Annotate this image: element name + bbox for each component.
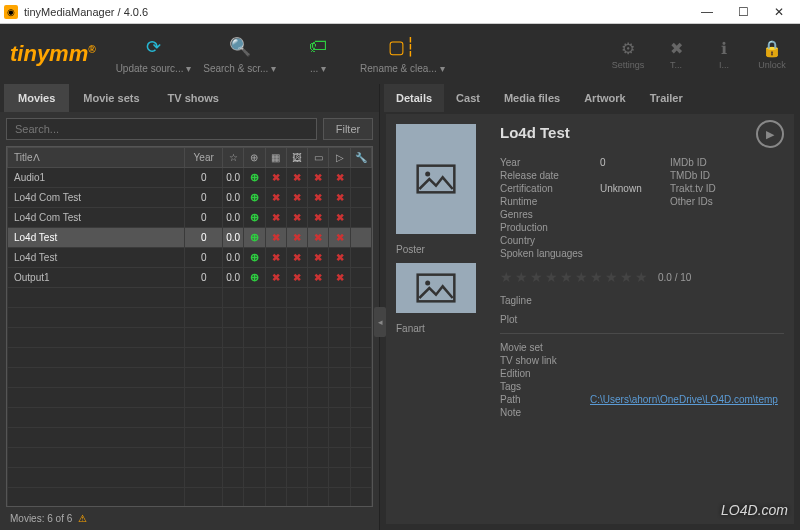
right-panel: ◂ Details Cast Media files Artwork Trail… <box>380 84 800 530</box>
tab-trailer[interactable]: Trailer <box>638 84 695 112</box>
col-title: Titleᐱ <box>8 148 185 168</box>
tab-media-files[interactable]: Media files <box>492 84 572 112</box>
rename-icon: ▢┆ <box>388 35 416 59</box>
table-row[interactable]: Lo4d Test00.0⊕✖✖✖✖ <box>8 228 372 248</box>
search-input[interactable] <box>6 118 317 140</box>
logo: tinymm® <box>10 41 96 67</box>
maximize-button[interactable]: ☐ <box>726 2 760 22</box>
other-ids-label: Other IDs <box>670 196 730 207</box>
close-button[interactable]: ✕ <box>762 2 796 22</box>
col-image: 🖼 <box>286 148 307 168</box>
tools-button[interactable]: ✖ T... <box>658 39 694 70</box>
tab-artwork[interactable]: Artwork <box>572 84 638 112</box>
tagline-label: Tagline <box>500 295 784 306</box>
update-sources-button[interactable]: ⟳ Update sourc... ▾ <box>116 35 192 74</box>
image-placeholder-icon <box>416 164 456 194</box>
movieset-label: Movie set <box>500 342 580 353</box>
year-label: Year <box>500 157 590 168</box>
release-label: Release date <box>500 170 590 181</box>
filter-button[interactable]: Filter <box>323 118 373 140</box>
runtime-label: Runtime <box>500 196 590 207</box>
table-row-empty <box>8 288 372 308</box>
tmdb-label: TMDb ID <box>670 170 730 181</box>
spoken-label: Spoken languages <box>500 248 590 259</box>
tags-label: Tags <box>500 381 580 392</box>
table-row-empty <box>8 368 372 388</box>
warning-icon: ⚠ <box>78 513 87 524</box>
table-row-empty <box>8 468 372 488</box>
country-label: Country <box>500 235 590 246</box>
svg-point-3 <box>425 281 430 286</box>
window-title: tinyMediaManager / 4.0.6 <box>24 6 148 18</box>
table-row-empty <box>8 328 372 348</box>
fanart-thumbnail[interactable] <box>396 263 476 313</box>
image-placeholder-icon <box>416 273 456 303</box>
minimize-button[interactable]: — <box>690 2 724 22</box>
table-row[interactable]: Lo4d Test00.0⊕✖✖✖✖ <box>8 248 372 268</box>
table-row[interactable]: Audio100.0⊕✖✖✖✖ <box>8 168 372 188</box>
tools-icon: ✖ <box>670 39 683 58</box>
fanart-label: Fanart <box>396 323 486 334</box>
svg-rect-2 <box>418 275 455 302</box>
left-panel: Movies Movie sets TV shows Filter Titleᐱ… <box>0 84 380 530</box>
tab-movies[interactable]: Movies <box>4 84 69 112</box>
poster-label: Poster <box>396 244 486 255</box>
left-tabs: Movies Movie sets TV shows <box>0 84 379 112</box>
imdb-label: IMDb ID <box>670 157 730 168</box>
col-favorite: ☆ <box>223 148 244 168</box>
gear-icon: ⚙ <box>621 39 635 58</box>
info-icon: ℹ <box>721 39 727 58</box>
col-play: ▷ <box>329 148 350 168</box>
col-wrench: 🔧 <box>350 148 371 168</box>
path-label: Path <box>500 394 580 405</box>
edit-button[interactable]: 🏷 ... ▾ <box>288 35 348 74</box>
titlebar: ◉ tinyMediaManager / 4.0.6 — ☐ ✕ <box>0 0 800 24</box>
search-icon: 🔍 <box>229 35 251 59</box>
table-row[interactable]: Lo4d Com Test00.0⊕✖✖✖✖ <box>8 188 372 208</box>
year-value: 0 <box>600 157 660 168</box>
cert-label: Certification <box>500 183 590 194</box>
edition-label: Edition <box>500 368 580 379</box>
right-tabs: Details Cast Media files Artwork Trailer <box>380 84 800 112</box>
rename-clean-button[interactable]: ▢┆ Rename & clea... ▾ <box>360 35 445 74</box>
tag-icon: 🏷 <box>309 35 327 59</box>
unlock-button[interactable]: 🔒 Unlock <box>754 39 790 70</box>
movie-title: Lo4d Test <box>500 124 784 141</box>
production-label: Production <box>500 222 590 233</box>
tvshow-link-label: TV show link <box>500 355 580 366</box>
poster-thumbnail[interactable] <box>396 124 476 234</box>
lock-icon: 🔒 <box>762 39 782 58</box>
settings-button[interactable]: ⚙ Settings <box>610 39 646 70</box>
splitter-handle[interactable]: ◂ <box>374 307 386 337</box>
play-button[interactable]: ▶ <box>756 120 784 148</box>
refresh-icon: ⟳ <box>146 35 161 59</box>
col-add: ⊕ <box>244 148 265 168</box>
search-scrape-button[interactable]: 🔍 Search & scr... ▾ <box>203 35 276 74</box>
table-row-empty <box>8 388 372 408</box>
movie-table[interactable]: Titleᐱ Year ☆ ⊕ ▦ 🖼 ▭ ▷ 🔧 Audio100.0⊕✖✖✖… <box>6 146 373 507</box>
app-icon: ◉ <box>4 5 18 19</box>
col-year: Year <box>185 148 223 168</box>
svg-point-1 <box>425 172 430 177</box>
info-button[interactable]: ℹ I... <box>706 39 742 70</box>
trakt-label: Trakt.tv ID <box>670 183 730 194</box>
table-row-empty <box>8 308 372 328</box>
tab-tv-shows[interactable]: TV shows <box>154 84 233 112</box>
table-row-empty <box>8 448 372 468</box>
table-row[interactable]: Output100.0⊕✖✖✖✖ <box>8 268 372 288</box>
table-row-empty <box>8 488 372 508</box>
genres-label: Genres <box>500 209 590 220</box>
tab-cast[interactable]: Cast <box>444 84 492 112</box>
svg-rect-0 <box>418 166 455 193</box>
tab-details[interactable]: Details <box>384 84 444 112</box>
col-video: ▭ <box>308 148 329 168</box>
tab-movie-sets[interactable]: Movie sets <box>69 84 153 112</box>
release-value <box>600 170 660 181</box>
table-row-empty <box>8 428 372 448</box>
table-row[interactable]: Lo4d Com Test00.0⊕✖✖✖✖ <box>8 208 372 228</box>
path-link[interactable]: C:\Users\ahorn\OneDrive\LO4D.com\temp <box>590 394 784 405</box>
col-nfo: ▦ <box>265 148 286 168</box>
status-bar: Movies: 6 of 6 ⚠ <box>0 507 379 530</box>
cert-value: Unknown <box>600 183 660 194</box>
movie-count: Movies: 6 of 6 <box>10 513 72 524</box>
